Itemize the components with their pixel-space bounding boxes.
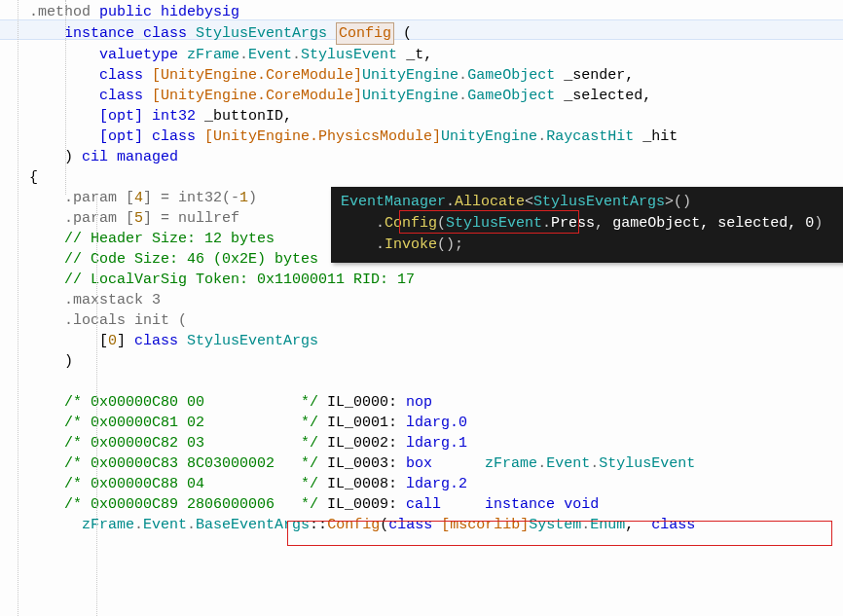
code-editor[interactable]: .method public hidebysig instance class …: [0, 0, 843, 535]
ns-zframe: zFrame: [485, 455, 537, 472]
callout-arrow: [0, 535, 843, 616]
param-dir: .param [: [29, 210, 134, 227]
type-int32: int32: [152, 108, 196, 125]
method-config: Config: [339, 25, 391, 42]
p: .: [239, 47, 248, 63]
kw-method: .method: [29, 4, 91, 20]
paren: ): [814, 215, 823, 232]
asm-core: [UnityEngine.CoreModule]: [152, 67, 362, 84]
param-hit: _hit: [634, 128, 678, 145]
paren-close: ): [29, 149, 82, 165]
kw-instance: instance: [485, 496, 555, 513]
ns-zframe: zFrame: [187, 47, 239, 63]
type-gameobj: GameObject: [467, 67, 555, 84]
br: ]: [117, 333, 134, 349]
il-addr: /* 0x00000C81 02 */: [29, 415, 318, 431]
il-label: IL_0001:: [318, 415, 406, 431]
p: .: [134, 517, 143, 533]
indent: .: [341, 215, 385, 232]
type-stylusevent: StylusEvent: [599, 455, 695, 472]
ns-event: Event: [546, 455, 590, 472]
p: .: [292, 47, 301, 63]
param-sender: _sender,: [555, 67, 634, 84]
opcode-call: call: [406, 496, 441, 513]
comment-code: // Code Size: 46 (0x2E) bytes: [29, 251, 318, 268]
asm-physics: [UnityEngine.PhysicsModule]: [204, 128, 441, 145]
param-nullref: ] = nullref: [143, 210, 239, 227]
comma: ,: [595, 215, 604, 232]
kw-class: class: [143, 25, 187, 42]
locals: .locals init (: [29, 312, 187, 329]
kw-class: class: [29, 88, 152, 104]
opcode-ldarg1: ldarg.1: [406, 435, 467, 452]
sp: [441, 496, 485, 513]
kw-void: void: [564, 496, 599, 513]
p: .: [458, 67, 467, 84]
comment-hdr: // Header Size: 12 bytes: [29, 231, 275, 247]
t-styluseventargs: StylusEventArgs: [533, 194, 665, 210]
param-val: ] = int32(-: [143, 190, 239, 206]
param-selected: _selected,: [555, 88, 651, 104]
param-dir: .param [: [29, 190, 134, 206]
ns-event: Event: [248, 47, 292, 63]
guide-line-2: [65, 0, 67, 195]
il-label: IL_0000:: [318, 394, 406, 411]
ns-unity: UnityEngine: [441, 128, 537, 145]
num-0: 0: [108, 333, 117, 349]
gtparen: >(): [665, 194, 691, 210]
il-label: IL_0003:: [318, 455, 406, 472]
type-raycasthit: RaycastHit: [546, 128, 634, 145]
type-gameobj: GameObject: [467, 88, 555, 104]
kw-cil: cil managed: [82, 149, 178, 165]
sp: [555, 496, 564, 513]
comment-localvarsig: // LocalVarSig Token: 0x11000011 RID: 17: [29, 272, 415, 288]
il-label: IL_0008:: [318, 476, 406, 492]
p: .: [458, 88, 467, 104]
ns-unity: UnityEngine: [362, 67, 458, 84]
type-styluseventargs: StylusEventArgs: [178, 333, 318, 349]
num-4: 4: [134, 190, 143, 206]
t-allocate: Allocate: [455, 194, 525, 210]
ns-zframe: zFrame: [29, 517, 134, 533]
kw-opt: [opt]: [29, 108, 152, 125]
p: .: [187, 517, 196, 533]
kw-instance: instance: [29, 25, 143, 42]
p: .: [537, 455, 546, 472]
il-addr: /* 0x00000C82 03 */: [29, 435, 318, 452]
config-highlight: Config: [336, 22, 394, 45]
opcode-box: box: [406, 455, 432, 472]
kw-public-hidebysig: public hidebysig: [91, 4, 239, 20]
opcode-ldarg2: ldarg.2: [406, 476, 467, 492]
maxstack: .maxstack 3: [29, 292, 161, 308]
p: .: [537, 128, 546, 145]
guide-line-3: [96, 195, 98, 616]
t-args: gameObject, selected, 0: [604, 215, 814, 232]
opcode-nop: nop: [406, 394, 432, 411]
indent: .: [341, 236, 385, 253]
asm-core: [UnityEngine.CoreModule]: [152, 88, 362, 104]
il-addr: /* 0x00000C89 2806000006 */: [29, 496, 318, 513]
parens-semi: ();: [437, 236, 463, 253]
t-eventmanager: EventManager: [341, 194, 446, 210]
type-stylusevent: StylusEvent: [301, 47, 397, 63]
il-addr: /* 0x00000C80 00 */: [29, 394, 318, 411]
param-t: _t,: [397, 47, 432, 63]
sp: [432, 455, 485, 472]
paren-close: ): [29, 353, 73, 370]
callout-box-target: [287, 521, 832, 546]
opcode-ldarg0: ldarg.0: [406, 415, 467, 431]
brace-open: {: [29, 169, 38, 186]
callout-box-source: [399, 210, 579, 234]
t-invoke: Invoke: [385, 236, 437, 253]
il-addr: /* 0x00000C88 04 */: [29, 476, 318, 492]
param-buttonid: _buttonID,: [196, 108, 292, 125]
p: .: [446, 194, 455, 210]
guide-line-1: [18, 0, 19, 616]
paren: ): [248, 190, 257, 206]
il-addr: /* 0x00000C83 8C03000002 */: [29, 455, 318, 472]
kw-opt: [opt]: [29, 128, 152, 145]
kw-class: class: [152, 128, 204, 145]
kw-valuetype: valuetype: [29, 47, 187, 63]
kw-class: class: [134, 333, 178, 349]
type-styluseventargs: StylusEventArgs: [187, 25, 327, 42]
